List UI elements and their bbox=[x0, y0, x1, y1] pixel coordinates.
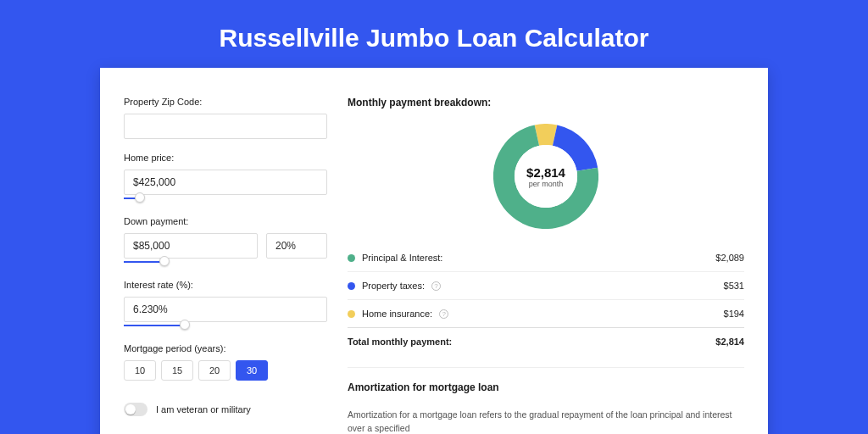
breakdown-row: Principal & Interest:$2,089 bbox=[348, 244, 744, 271]
down-slider[interactable] bbox=[124, 258, 327, 266]
legend-dot bbox=[348, 310, 355, 318]
breakdown-rows: Principal & Interest:$2,089Property taxe… bbox=[348, 244, 744, 327]
price-field: Home price: bbox=[124, 153, 327, 203]
breakdown-title: Monthly payment breakdown: bbox=[348, 97, 744, 108]
row-label: Principal & Interest: bbox=[362, 253, 442, 263]
down-label: Down payment: bbox=[124, 216, 327, 226]
donut-center: $2,814 per month bbox=[515, 145, 577, 208]
rate-slider[interactable] bbox=[124, 321, 327, 330]
zip-field: Property Zip Code: bbox=[124, 97, 327, 139]
legend-dot bbox=[348, 254, 355, 262]
total-label: Total monthly payment: bbox=[348, 337, 452, 347]
row-label: Home insurance: bbox=[362, 309, 432, 319]
price-slider[interactable] bbox=[124, 194, 327, 203]
donut-chart: $2,814 per month bbox=[348, 124, 744, 229]
price-label: Home price: bbox=[124, 153, 327, 163]
donut-sub: per month bbox=[529, 180, 564, 188]
period-label: Mortgage period (years): bbox=[124, 343, 327, 353]
legend-dot bbox=[348, 282, 355, 290]
total-row: Total monthly payment: $2,814 bbox=[348, 327, 744, 355]
zip-label: Property Zip Code: bbox=[124, 97, 327, 107]
row-value: $2,089 bbox=[715, 253, 744, 263]
period-15[interactable]: 15 bbox=[161, 360, 193, 381]
breakdown-panel: Monthly payment breakdown: $2,814 per mo… bbox=[348, 97, 744, 434]
zip-input[interactable] bbox=[124, 114, 327, 139]
veteran-toggle[interactable] bbox=[124, 403, 147, 416]
period-20[interactable]: 20 bbox=[198, 360, 231, 381]
rate-input[interactable] bbox=[124, 297, 327, 322]
period-field: Mortgage period (years): 10152030 bbox=[124, 343, 327, 381]
help-icon[interactable]: ? bbox=[439, 309, 448, 319]
row-label: Property taxes: bbox=[362, 281, 425, 291]
price-input[interactable] bbox=[124, 170, 327, 195]
page-title: Russellville Jumbo Loan Calculator bbox=[0, 0, 868, 68]
rate-field: Interest rate (%): bbox=[124, 280, 327, 330]
help-icon[interactable]: ? bbox=[431, 281, 441, 291]
amort-section: Amortization for mortgage loan Amortizat… bbox=[348, 367, 744, 434]
form-panel: Property Zip Code: Home price: Down paym… bbox=[124, 97, 327, 434]
down-amount-input[interactable] bbox=[124, 233, 258, 259]
period-30[interactable]: 30 bbox=[236, 360, 268, 381]
veteran-row: I am veteran or military bbox=[124, 403, 327, 416]
breakdown-row: Home insurance:?$194 bbox=[348, 299, 744, 327]
amort-title: Amortization for mortgage loan bbox=[348, 381, 744, 393]
down-percent-input[interactable] bbox=[266, 233, 327, 259]
veteran-label: I am veteran or military bbox=[156, 404, 251, 415]
breakdown-row: Property taxes:?$531 bbox=[348, 271, 744, 299]
amort-body: Amortization for a mortgage loan refers … bbox=[348, 409, 744, 434]
down-field: Down payment: bbox=[124, 216, 327, 266]
total-value: $2,814 bbox=[715, 337, 744, 347]
row-value: $194 bbox=[724, 309, 744, 319]
period-buttons: 10152030 bbox=[124, 360, 327, 381]
calculator-card: Property Zip Code: Home price: Down paym… bbox=[100, 68, 768, 434]
donut-amount: $2,814 bbox=[526, 165, 565, 180]
rate-label: Interest rate (%): bbox=[124, 280, 327, 290]
row-value: $531 bbox=[724, 281, 744, 291]
period-10[interactable]: 10 bbox=[124, 360, 156, 381]
